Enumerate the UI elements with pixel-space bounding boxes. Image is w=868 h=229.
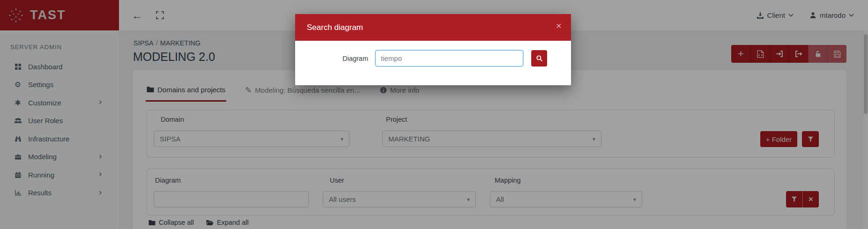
close-icon: × xyxy=(556,20,562,31)
modal-close-button[interactable]: × xyxy=(556,21,562,30)
modal-title: Search diagram xyxy=(307,23,363,32)
search-diagram-modal: Search diagram × Diagram xyxy=(295,14,571,85)
modal-diagram-label: Diagram xyxy=(295,55,368,62)
magnifier-icon xyxy=(536,55,543,62)
diagram-search-input[interactable] xyxy=(375,50,523,66)
search-submit-button[interactable] xyxy=(531,50,547,66)
modal-header: Search diagram × xyxy=(295,14,571,41)
